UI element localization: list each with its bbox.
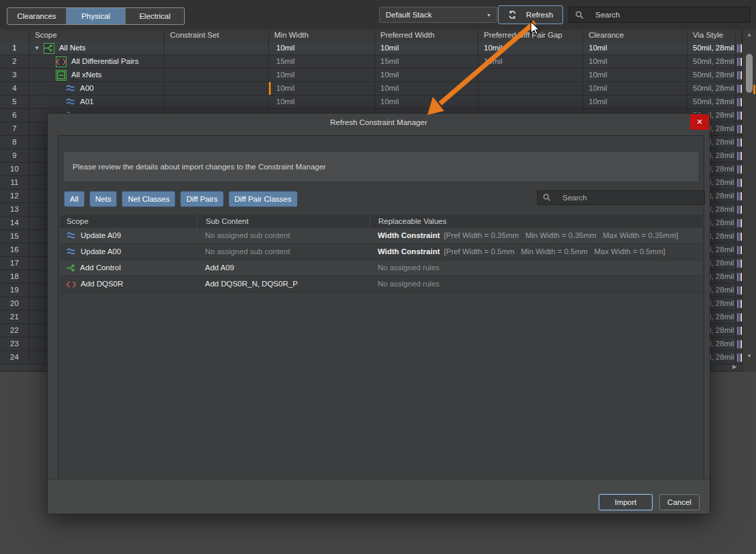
filter-button-diff-pairs[interactable]: Diff Pairs [180, 191, 223, 207]
cancel-button[interactable]: Cancel [659, 494, 700, 510]
cell-preferred-width[interactable]: 10mil [375, 42, 478, 54]
column-header-preferred-width[interactable]: Preferred Width [375, 30, 478, 42]
close-button[interactable]: ✕ [690, 114, 709, 130]
dialog-search-input[interactable] [561, 193, 691, 202]
via-span-indicator [736, 136, 742, 149]
via-span-bar [739, 260, 741, 268]
cell-clearance[interactable]: 10mil [583, 95, 687, 108]
cell-constraint-set[interactable] [165, 42, 269, 54]
column-header-blank[interactable] [736, 30, 742, 42]
cell-preferred-diff-pair-gap[interactable]: 10mil [478, 42, 583, 54]
filter-button-all[interactable]: All [64, 191, 85, 207]
via-span-bar [737, 138, 739, 147]
dialog-table-row[interactable]: Update A09No assigned sub contentWidth C… [60, 228, 702, 244]
via-span-bar [737, 354, 739, 362]
cell-clearance[interactable]: 10mil [583, 69, 687, 81]
cell-preferred-width[interactable]: 15mil [375, 55, 478, 68]
row-number: 1 [0, 42, 30, 54]
via-span-bar [737, 246, 739, 254]
import-button[interactable]: Import [599, 494, 653, 510]
cell-min-width[interactable]: 10mil [269, 69, 375, 81]
filter-button-net-classes[interactable]: Net Classes [122, 191, 175, 207]
vertical-scrollbar[interactable]: ▲ ▼ [742, 30, 756, 372]
constraint-manager-app: ClearancesPhysicalElectrical Default Sta… [0, 0, 756, 554]
cell-clearance[interactable]: 10mil [583, 82, 687, 95]
via-span-indicator [736, 203, 742, 216]
table-row[interactable]: 3All xNets10mil10mil10mil50mil, 28mil [0, 69, 742, 82]
cell-via-style[interactable]: 50mil, 28mil [687, 69, 736, 81]
dialog-search[interactable] [537, 190, 705, 205]
via-span-bar [737, 233, 739, 241]
column-header-preferred-diff-pair-gap[interactable]: Preferred Diff Pair Gap [478, 30, 583, 42]
cell-preferred-diff-pair-gap[interactable] [478, 95, 583, 108]
row-number: 2 [0, 55, 30, 68]
cell-via-style[interactable]: 50mil, 28mil [687, 55, 736, 68]
cell-clearance[interactable]: 10mil [583, 55, 687, 68]
column-header-via-style[interactable]: Via Style [687, 30, 736, 42]
cell-preferred-width[interactable]: 10mil [375, 69, 478, 81]
via-span-bar [737, 152, 739, 160]
column-header-min-width[interactable]: Min Width [269, 30, 375, 42]
main-search[interactable] [569, 7, 751, 23]
table-row[interactable]: 5A0110mil10mil10mil50mil, 28mil [0, 95, 742, 109]
row-number: 3 [0, 69, 30, 81]
cell-min-width[interactable]: 10mil [269, 95, 375, 108]
cell-min-width[interactable]: 10mil [269, 42, 375, 54]
net-class-icon [44, 43, 54, 54]
row-number: 4 [0, 82, 30, 95]
scroll-down-icon[interactable]: ▼ [743, 353, 756, 359]
stack-selector-dropdown[interactable]: Default Stack ▼ [379, 7, 497, 23]
expand-icon[interactable]: ▼ [34, 42, 40, 54]
row-number: 5 [0, 95, 30, 108]
table-row[interactable]: 2All Differential Pairs15mil15mil10mil10… [0, 55, 742, 69]
cell-min-width[interactable]: 15mil [269, 55, 375, 68]
scrollbar-thumb[interactable] [746, 54, 753, 93]
sub-content-cell: Add A09 [197, 260, 370, 276]
cell-preferred-diff-pair-gap[interactable]: 10mil [478, 55, 583, 68]
cell-via-style[interactable]: 50mil, 28mil [687, 82, 736, 95]
dialog-column-header-replaceable-values[interactable]: Replaceable Values [370, 215, 702, 228]
cell-min-width[interactable]: 10mil [269, 82, 375, 95]
column-header-scope[interactable]: Scope [30, 30, 165, 42]
dialog-column-header-sub-content[interactable]: Sub Content [197, 215, 370, 228]
dialog-column-header-scope[interactable]: Scope [60, 215, 197, 228]
refresh-button[interactable]: Refresh [498, 5, 563, 24]
column-header-blank[interactable] [0, 30, 30, 42]
row-number: 9 [0, 149, 30, 162]
via-span-bar [737, 58, 739, 66]
tab-clearances[interactable]: Clearances [7, 8, 67, 24]
dialog-table-row[interactable]: Add DQS0RAdd DQS0R_N, DQS0R_PNo assigned… [60, 276, 702, 292]
via-span-indicator [736, 230, 742, 243]
cell-constraint-set[interactable] [165, 95, 269, 108]
table-row[interactable]: 1▼All Nets10mil10mil10mil10mil50mil, 28m… [0, 42, 742, 55]
cell-constraint-set[interactable] [165, 55, 269, 68]
filter-button-diff-pair-classes[interactable]: Diff Pair Classes [228, 191, 298, 207]
tab-physical[interactable]: Physical [67, 8, 126, 24]
cell-preferred-width[interactable]: 10mil [375, 82, 478, 95]
cell-via-style[interactable]: 50mil, 28mil [687, 95, 736, 108]
cell-via-style[interactable]: 50mil, 28mil [687, 42, 736, 54]
scope-label: All Differential Pairs [71, 55, 138, 68]
cell-constraint-set[interactable] [165, 82, 269, 95]
column-header-constraint-set[interactable]: Constraint Set [165, 30, 269, 42]
via-span-bar [737, 71, 739, 79]
scroll-right-icon[interactable]: ▶ [730, 362, 739, 371]
cell-constraint-set[interactable] [165, 69, 269, 81]
modified-row-marker [753, 85, 755, 94]
table-row[interactable]: 4A0010mil10mil10mil50mil, 28mil [0, 82, 742, 95]
net-icon [67, 232, 76, 239]
via-span-bar [739, 327, 741, 335]
row-number: 19 [0, 284, 30, 296]
cell-clearance[interactable]: 10mil [583, 42, 687, 54]
main-search-input[interactable] [594, 10, 731, 19]
cell-preferred-width[interactable]: 10mil [375, 95, 478, 108]
column-header-clearance[interactable]: Clearance [583, 30, 687, 42]
cell-preferred-diff-pair-gap[interactable] [478, 82, 583, 95]
dialog-table-row[interactable]: Add ControlAdd A09No assigned rules [60, 260, 702, 276]
scroll-up-icon[interactable]: ▲ [743, 32, 756, 38]
row-number: 15 [0, 230, 30, 243]
filter-button-nets[interactable]: Nets [89, 191, 118, 207]
tab-electrical[interactable]: Electrical [126, 8, 184, 24]
dialog-table-row[interactable]: Update A00No assigned sub contentWidth C… [60, 244, 702, 260]
cell-preferred-diff-pair-gap[interactable] [478, 69, 583, 81]
